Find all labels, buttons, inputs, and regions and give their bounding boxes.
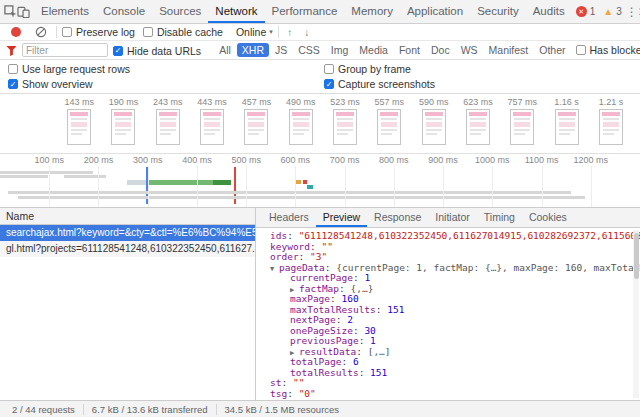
option-show-overview[interactable]: ✓Show overview	[8, 78, 324, 90]
request-row[interactable]: searchajax.html?keyword=&cty=&ctl=%E6%BC…	[0, 225, 255, 241]
filter-type-media[interactable]: Media	[354, 43, 393, 57]
overview-gridline	[443, 166, 444, 207]
filmstrip-frame[interactable]: 523 ms	[324, 97, 366, 149]
details-tab-timing[interactable]: Timing	[477, 208, 522, 227]
tab-console[interactable]: Console	[96, 0, 152, 23]
download-arrow-icon[interactable]: ↓	[301, 27, 313, 38]
filter-type-doc[interactable]: Doc	[426, 43, 455, 57]
details-tab-preview[interactable]: Preview	[316, 208, 367, 227]
tree-line[interactable]: tsg: "0"	[256, 389, 640, 400]
filter-type-other[interactable]: Other	[534, 43, 570, 57]
filmstrip-frame[interactable]: 1.21 s	[590, 97, 632, 149]
disclosure-collapsed-icon[interactable]: ▶	[290, 348, 299, 358]
disclosure-expanded-icon[interactable]: ▼	[270, 264, 279, 274]
filter-type-font[interactable]: Font	[394, 43, 425, 57]
details-tab-cookies[interactable]: Cookies	[522, 208, 574, 227]
tab-security[interactable]: Security	[470, 0, 526, 23]
option-use-large-request-rows-checkbox[interactable]	[8, 64, 18, 74]
details-tab-headers[interactable]: Headers	[262, 208, 316, 227]
tree-line[interactable]: nextPage: 2	[256, 315, 640, 326]
tab-sources[interactable]: Sources	[152, 0, 208, 23]
throttling-select[interactable]: Online ▾	[236, 26, 273, 38]
record-button[interactable]	[6, 27, 26, 37]
tree-line[interactable]: currentPage: 1	[256, 273, 640, 284]
tree-line[interactable]: ids: "611128541248,610322352450,61162701…	[256, 231, 640, 242]
tree-colon: :	[287, 389, 298, 399]
option-capture-screenshots-checkbox[interactable]: ✓	[324, 79, 334, 89]
details-tab-initiator[interactable]: Initiator	[428, 208, 476, 227]
filmstrip-frame[interactable]: 557 ms	[368, 97, 410, 149]
tree-line[interactable]: totalResults: 151	[256, 368, 640, 379]
toolbar-disable-cache-checkbox[interactable]	[143, 27, 153, 37]
hide-data-urls[interactable]: ✓Hide data URLs	[113, 45, 201, 57]
filmstrip-frame[interactable]: 190 ms	[102, 97, 144, 149]
tree-line[interactable]: order: "3"	[256, 252, 640, 263]
kebab-menu-icon[interactable]: ⋮	[626, 0, 638, 23]
option-group-by-frame-checkbox[interactable]	[324, 64, 334, 74]
tree-line[interactable]: maxTotalResults: 151	[256, 305, 640, 316]
option-group-by-frame[interactable]: Group by frame	[324, 63, 632, 75]
filmstrip-frame[interactable]: 443 ms	[191, 97, 233, 149]
status-segment: 34.5 kB / 1.5 MB resources	[216, 404, 348, 415]
tree-line[interactable]: ▶factMap: {,…}	[256, 284, 640, 295]
scrollbar[interactable]	[633, 230, 639, 398]
overview[interactable]: 100 ms200 ms300 ms400 ms500 ms600 ms700 …	[0, 154, 640, 208]
filmstrip-frame[interactable]: 623 ms	[457, 97, 499, 149]
option-show-overview-checkbox[interactable]: ✓	[8, 79, 18, 89]
error-badge[interactable]: ✕ 1	[576, 0, 596, 23]
filmstrip-frame[interactable]: 757 ms	[501, 97, 543, 149]
name-column-header[interactable]: Name	[0, 208, 255, 225]
has-blocked-cookies[interactable]: Has blocked cookies	[576, 44, 640, 56]
filter-type-css[interactable]: CSS	[293, 43, 325, 57]
overview-gridline	[148, 166, 149, 207]
tab-memory[interactable]: Memory	[344, 0, 400, 23]
filter-funnel-icon[interactable]	[6, 45, 17, 56]
filmstrip-frame[interactable]: 590 ms	[413, 97, 455, 149]
tree-line[interactable]: st: ""	[256, 378, 640, 389]
tree-line[interactable]: ▶resultData: [,…]	[256, 347, 640, 358]
tree-line[interactable]: ▼pageData: {currentPage: 1, factMap: {…}…	[256, 263, 640, 274]
details-tab-response[interactable]: Response	[367, 208, 428, 227]
clear-button[interactable]	[31, 26, 51, 38]
tab-elements[interactable]: Elements	[34, 0, 96, 23]
filmstrip-frame[interactable]: 143 ms	[58, 97, 100, 149]
tree-colon: :	[325, 263, 336, 273]
filmstrip-frame[interactable]: 243 ms	[147, 97, 189, 149]
tree-line[interactable]: keyword: ""	[256, 242, 640, 253]
tree-line[interactable]: onePageSize: 30	[256, 326, 640, 337]
warning-badge[interactable]: ▲ 3	[603, 0, 621, 23]
tree-line[interactable]: previousPage: 1	[256, 336, 640, 347]
tree-line[interactable]: maxPage: 160	[256, 294, 640, 305]
hide-data-urls-checkbox[interactable]: ✓	[113, 46, 123, 56]
option-capture-screenshots[interactable]: ✓Capture screenshots	[324, 78, 632, 90]
tab-performance[interactable]: Performance	[265, 0, 345, 23]
filter-type-all[interactable]: All	[214, 43, 236, 57]
device-toolbar-icon[interactable]	[17, 0, 30, 23]
has-blocked-cookies-checkbox[interactable]	[576, 45, 586, 55]
tab-application[interactable]: Application	[400, 0, 470, 23]
inspect-icon[interactable]	[4, 0, 17, 23]
scrollbar-thumb[interactable]	[634, 233, 639, 279]
request-row[interactable]: gl.html?projects=611128541248,6103223524…	[0, 241, 255, 257]
filter-type-img[interactable]: Img	[326, 43, 354, 57]
filter-type-ws[interactable]: WS	[456, 43, 483, 57]
tab-audits[interactable]: Audits	[526, 0, 572, 23]
disclosure-collapsed-icon[interactable]: ▶	[290, 285, 299, 295]
tree-line[interactable]: totalPage: 6	[256, 357, 640, 368]
filter-type-manifest[interactable]: Manifest	[484, 43, 534, 57]
filter-type-js[interactable]: JS	[270, 43, 292, 57]
tab-network[interactable]: Network	[208, 0, 264, 23]
filter-type-xhr[interactable]: XHR	[237, 43, 269, 57]
thumb-line	[337, 129, 353, 131]
filter-input[interactable]	[22, 43, 108, 57]
frame-timestamp: 490 ms	[286, 97, 316, 107]
toolbar-preserve-log-checkbox[interactable]	[62, 27, 72, 37]
upload-arrow-icon[interactable]: ↑	[284, 27, 296, 38]
option-use-large-request-rows[interactable]: Use large request rows	[8, 63, 324, 75]
toolbar-preserve-log[interactable]: Preserve log	[62, 26, 135, 38]
filmstrip-frame[interactable]: 490 ms	[280, 97, 322, 149]
filmstrip-frame[interactable]: 1.16 s	[545, 97, 587, 149]
toolbar-disable-cache[interactable]: Disable cache	[143, 26, 223, 38]
thumb-line	[160, 129, 176, 131]
filmstrip-frame[interactable]: 457 ms	[235, 97, 277, 149]
